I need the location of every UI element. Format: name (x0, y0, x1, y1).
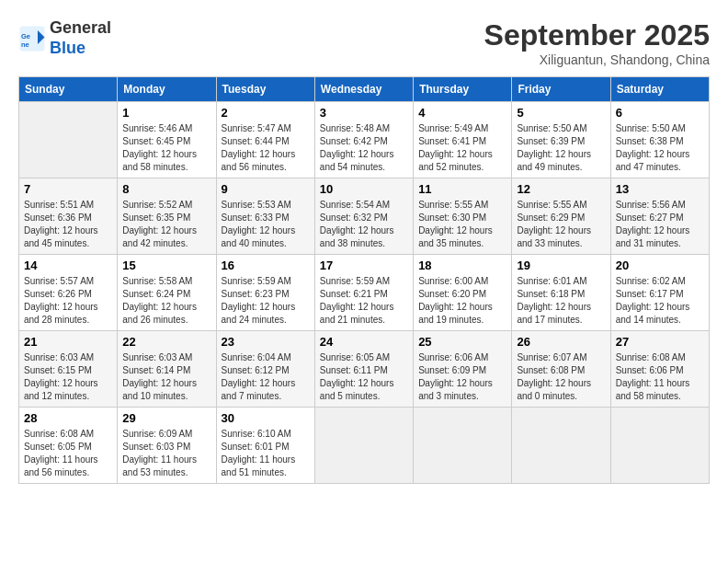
day-info: Sunrise: 5:48 AM Sunset: 6:42 PM Dayligh… (320, 122, 408, 174)
day-info: Sunrise: 5:46 AM Sunset: 6:45 PM Dayligh… (122, 122, 210, 174)
calendar-cell: 13Sunrise: 5:56 AM Sunset: 6:27 PM Dayli… (610, 178, 709, 255)
calendar-cell (19, 102, 118, 178)
day-info: Sunrise: 6:10 AM Sunset: 6:01 PM Dayligh… (222, 428, 310, 479)
day-number: 16 (222, 259, 310, 272)
day-number: 6 (616, 106, 704, 120)
day-info: Sunrise: 6:00 AM Sunset: 6:20 PM Dayligh… (418, 275, 506, 327)
day-number: 25 (418, 335, 506, 349)
day-number: 30 (222, 411, 310, 425)
day-number: 26 (517, 335, 605, 349)
logo: Ge ne General Blue (18, 18, 111, 58)
calendar-cell: 11Sunrise: 5:55 AM Sunset: 6:30 PM Dayli… (414, 178, 512, 255)
day-header-wednesday: Wednesday (314, 77, 413, 102)
day-number: 13 (616, 182, 704, 196)
calendar-cell: 28Sunrise: 6:08 AM Sunset: 6:05 PM Dayli… (19, 408, 118, 484)
day-info: Sunrise: 5:51 AM Sunset: 6:36 PM Dayligh… (24, 199, 112, 250)
day-number: 17 (320, 259, 408, 272)
calendar-cell: 18Sunrise: 6:00 AM Sunset: 6:20 PM Dayli… (414, 255, 512, 331)
day-info: Sunrise: 5:55 AM Sunset: 6:30 PM Dayligh… (418, 199, 506, 250)
day-info: Sunrise: 6:08 AM Sunset: 6:06 PM Dayligh… (616, 351, 704, 403)
day-number: 11 (418, 182, 506, 196)
day-number: 10 (320, 182, 408, 196)
calendar-cell: 23Sunrise: 6:04 AM Sunset: 6:12 PM Dayli… (216, 331, 314, 408)
calendar-cell: 7Sunrise: 5:51 AM Sunset: 6:36 PM Daylig… (19, 178, 118, 255)
calendar-cell: 21Sunrise: 6:03 AM Sunset: 6:15 PM Dayli… (19, 331, 118, 408)
calendar-cell: 5Sunrise: 5:50 AM Sunset: 6:39 PM Daylig… (512, 102, 610, 178)
day-number: 28 (24, 411, 112, 425)
logo-line1: General (50, 18, 111, 39)
calendar-cell: 19Sunrise: 6:01 AM Sunset: 6:18 PM Dayli… (512, 255, 610, 331)
calendar-cell: 20Sunrise: 6:02 AM Sunset: 6:17 PM Dayli… (610, 255, 709, 331)
calendar-cell: 22Sunrise: 6:03 AM Sunset: 6:14 PM Dayli… (118, 331, 216, 408)
day-info: Sunrise: 5:47 AM Sunset: 6:44 PM Dayligh… (222, 122, 310, 174)
day-info: Sunrise: 6:05 AM Sunset: 6:11 PM Dayligh… (320, 351, 408, 403)
day-number: 12 (517, 182, 605, 196)
day-info: Sunrise: 5:54 AM Sunset: 6:32 PM Dayligh… (320, 199, 408, 250)
calendar-cell: 2Sunrise: 5:47 AM Sunset: 6:44 PM Daylig… (216, 102, 314, 178)
day-info: Sunrise: 6:01 AM Sunset: 6:18 PM Dayligh… (517, 275, 605, 327)
day-number: 5 (517, 106, 605, 120)
day-info: Sunrise: 5:58 AM Sunset: 6:24 PM Dayligh… (122, 275, 210, 327)
calendar-cell (512, 408, 610, 484)
calendar-cell: 16Sunrise: 5:59 AM Sunset: 6:23 PM Dayli… (216, 255, 314, 331)
week-row-1: 1Sunrise: 5:46 AM Sunset: 6:45 PM Daylig… (19, 102, 710, 178)
calendar-cell: 9Sunrise: 5:53 AM Sunset: 6:33 PM Daylig… (216, 178, 314, 255)
day-info: Sunrise: 6:09 AM Sunset: 6:03 PM Dayligh… (122, 428, 210, 479)
day-number: 7 (24, 182, 112, 196)
calendar-header-row: SundayMondayTuesdayWednesdayThursdayFrid… (19, 77, 710, 102)
calendar-cell (314, 408, 413, 484)
day-number: 2 (222, 106, 310, 120)
week-row-5: 28Sunrise: 6:08 AM Sunset: 6:05 PM Dayli… (19, 408, 710, 484)
month-title: September 2025 (484, 18, 710, 52)
calendar-cell: 27Sunrise: 6:08 AM Sunset: 6:06 PM Dayli… (610, 331, 709, 408)
calendar-cell: 24Sunrise: 6:05 AM Sunset: 6:11 PM Dayli… (314, 331, 413, 408)
day-number: 27 (616, 335, 704, 349)
calendar-cell: 15Sunrise: 5:58 AM Sunset: 6:24 PM Dayli… (118, 255, 216, 331)
day-number: 15 (122, 259, 210, 272)
calendar-cell: 17Sunrise: 5:59 AM Sunset: 6:21 PM Dayli… (314, 255, 413, 331)
day-header-saturday: Saturday (610, 77, 709, 102)
day-number: 22 (122, 335, 210, 349)
week-row-4: 21Sunrise: 6:03 AM Sunset: 6:15 PM Dayli… (19, 331, 710, 408)
calendar-cell: 25Sunrise: 6:06 AM Sunset: 6:09 PM Dayli… (414, 331, 512, 408)
title-block: September 2025 Xiliguantun, Shandong, Ch… (484, 18, 710, 67)
week-row-2: 7Sunrise: 5:51 AM Sunset: 6:36 PM Daylig… (19, 178, 710, 255)
day-info: Sunrise: 5:55 AM Sunset: 6:29 PM Dayligh… (517, 199, 605, 250)
day-info: Sunrise: 5:50 AM Sunset: 6:38 PM Dayligh… (616, 122, 704, 174)
location-subtitle: Xiliguantun, Shandong, China (484, 52, 710, 67)
day-number: 18 (418, 259, 506, 272)
svg-text:ne: ne (21, 40, 29, 49)
day-number: 29 (122, 411, 210, 425)
day-number: 8 (122, 182, 210, 196)
day-info: Sunrise: 6:03 AM Sunset: 6:14 PM Dayligh… (122, 351, 210, 403)
logo-line2: Blue (50, 39, 111, 59)
calendar-cell: 26Sunrise: 6:07 AM Sunset: 6:08 PM Dayli… (512, 331, 610, 408)
day-info: Sunrise: 6:06 AM Sunset: 6:09 PM Dayligh… (418, 351, 506, 403)
day-info: Sunrise: 5:57 AM Sunset: 6:26 PM Dayligh… (24, 275, 112, 327)
calendar-cell: 8Sunrise: 5:52 AM Sunset: 6:35 PM Daylig… (118, 178, 216, 255)
day-info: Sunrise: 6:04 AM Sunset: 6:12 PM Dayligh… (222, 351, 310, 403)
day-info: Sunrise: 5:50 AM Sunset: 6:39 PM Dayligh… (517, 122, 605, 174)
day-info: Sunrise: 5:59 AM Sunset: 6:23 PM Dayligh… (222, 275, 310, 327)
day-number: 9 (222, 182, 310, 196)
calendar-cell: 3Sunrise: 5:48 AM Sunset: 6:42 PM Daylig… (314, 102, 413, 178)
day-info: Sunrise: 5:49 AM Sunset: 6:41 PM Dayligh… (418, 122, 506, 174)
day-info: Sunrise: 6:03 AM Sunset: 6:15 PM Dayligh… (24, 351, 112, 403)
calendar-cell: 4Sunrise: 5:49 AM Sunset: 6:41 PM Daylig… (414, 102, 512, 178)
day-header-thursday: Thursday (414, 77, 512, 102)
calendar-cell: 14Sunrise: 5:57 AM Sunset: 6:26 PM Dayli… (19, 255, 118, 331)
day-info: Sunrise: 6:07 AM Sunset: 6:08 PM Dayligh… (517, 351, 605, 403)
logo-icon: Ge ne (18, 25, 46, 52)
day-info: Sunrise: 5:52 AM Sunset: 6:35 PM Dayligh… (122, 199, 210, 250)
day-header-friday: Friday (512, 77, 610, 102)
calendar-cell: 1Sunrise: 5:46 AM Sunset: 6:45 PM Daylig… (118, 102, 216, 178)
day-info: Sunrise: 6:08 AM Sunset: 6:05 PM Dayligh… (24, 428, 112, 479)
calendar-cell: 29Sunrise: 6:09 AM Sunset: 6:03 PM Dayli… (118, 408, 216, 484)
svg-text:Ge: Ge (21, 32, 30, 40)
day-header-tuesday: Tuesday (216, 77, 314, 102)
day-info: Sunrise: 5:53 AM Sunset: 6:33 PM Dayligh… (222, 199, 310, 250)
day-info: Sunrise: 6:02 AM Sunset: 6:17 PM Dayligh… (616, 275, 704, 327)
day-number: 14 (24, 259, 112, 272)
day-header-sunday: Sunday (19, 77, 118, 102)
calendar-table: SundayMondayTuesdayWednesdayThursdayFrid… (18, 76, 710, 484)
